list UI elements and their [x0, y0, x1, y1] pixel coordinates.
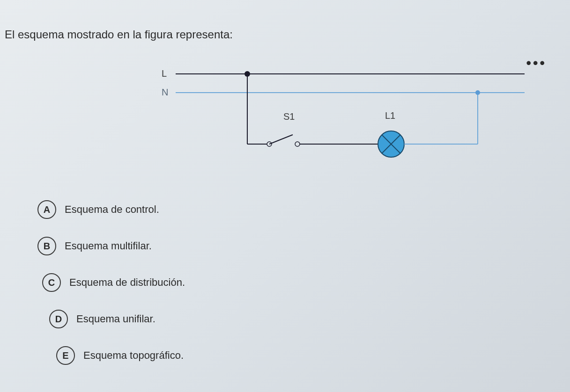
option-text: Esquema unifilar.: [76, 313, 155, 325]
option-text: Esquema topográfico.: [83, 349, 184, 362]
option-letter: A: [37, 200, 56, 219]
option-letter: D: [49, 310, 68, 328]
svg-point-7: [295, 142, 300, 146]
option-a[interactable]: A Esquema de control.: [37, 200, 570, 219]
option-d[interactable]: D Esquema unifilar.: [37, 310, 570, 328]
option-c[interactable]: C Esquema de distribución.: [37, 273, 570, 292]
label-switch-S1: S1: [283, 111, 295, 122]
option-text: Esquema de control.: [65, 203, 159, 216]
option-text: Esquema multifilar.: [65, 240, 152, 252]
option-text: Esquema de distribución.: [69, 276, 185, 289]
label-line-L: L: [162, 68, 167, 79]
option-e[interactable]: E Esquema topográfico.: [37, 346, 570, 365]
question-text: El esquema mostrado en la figura represe…: [5, 28, 570, 41]
option-letter: B: [37, 237, 56, 255]
option-letter: C: [42, 273, 61, 292]
option-letter: E: [56, 346, 75, 365]
label-neutral-N: N: [162, 87, 168, 98]
circuit-diagram: ••• L N S1 L1: [0, 60, 570, 181]
svg-point-14: [475, 90, 480, 95]
svg-line-6: [269, 135, 293, 144]
option-b[interactable]: B Esquema multifilar.: [37, 237, 570, 255]
options-list: A Esquema de control. B Esquema multifil…: [0, 200, 570, 365]
label-lamp-L1: L1: [385, 110, 395, 121]
